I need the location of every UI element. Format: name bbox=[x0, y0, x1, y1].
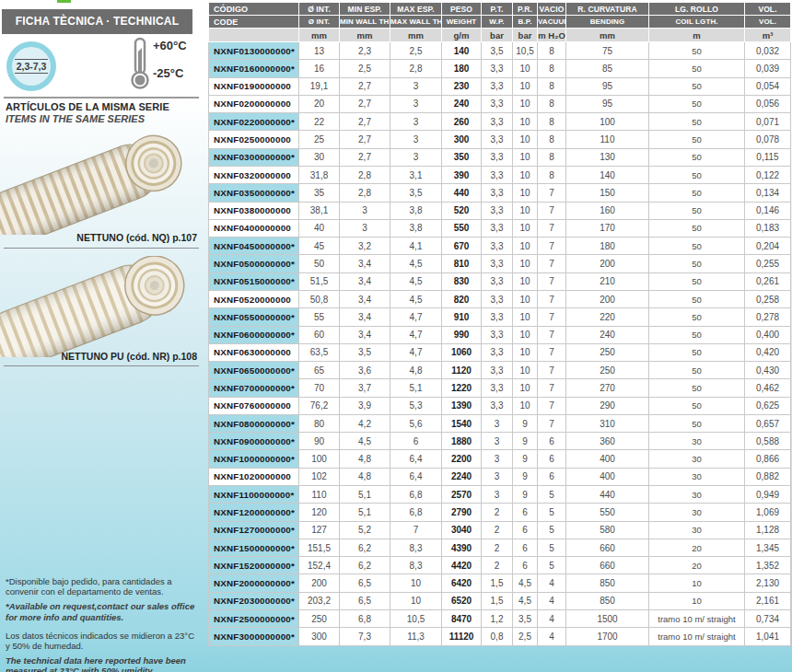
product-code-cell: NXNF3000000000* bbox=[209, 628, 299, 646]
value-cell: 110 bbox=[299, 486, 340, 504]
value-cell: 0,071 bbox=[745, 113, 791, 131]
value-cell: 22 bbox=[299, 113, 340, 131]
header-row-es-cell: VOL. bbox=[745, 3, 791, 16]
product-code-cell: NXNF0650000000* bbox=[209, 362, 299, 379]
product-code-cell: NXNF0130000000* bbox=[209, 42, 299, 60]
value-cell: 2,5 bbox=[340, 60, 390, 77]
value-cell: 3040 bbox=[442, 521, 482, 539]
value-cell: 6420 bbox=[442, 574, 482, 592]
value-cell: 3,4 bbox=[340, 290, 390, 307]
value-cell: 3 bbox=[390, 95, 442, 112]
value-cell: 0,625 bbox=[745, 397, 791, 414]
header-row-es-cell: MAX ESP. bbox=[390, 3, 442, 16]
product-code-cell: NXNF1270000000* bbox=[209, 521, 299, 539]
header-row-en-cell: MIN WALL TH. bbox=[340, 16, 390, 29]
table-row: NXNF0160000000*162,52,81803,310885500,03… bbox=[209, 60, 791, 77]
value-cell: 3 bbox=[390, 113, 442, 131]
table-row: NXNF2500000000*2506,810,584701,23,541500… bbox=[209, 610, 791, 628]
value-cell: 10 bbox=[513, 326, 538, 343]
product-code-cell: NXNF0800000000* bbox=[209, 414, 299, 432]
value-cell: 30 bbox=[649, 486, 745, 504]
value-cell: 19,1 bbox=[299, 77, 340, 95]
value-cell: 6,2 bbox=[340, 539, 390, 556]
value-cell: 290 bbox=[566, 397, 649, 414]
units-row-cell: mm bbox=[299, 29, 340, 42]
value-cell: 6,5 bbox=[340, 574, 390, 592]
value-cell: 3 bbox=[340, 219, 390, 237]
value-cell: 4420 bbox=[442, 557, 482, 574]
table-body: NXNF0130000000*132,32,51403,510,5875500,… bbox=[209, 42, 791, 646]
header-row-en: CODEØ INT.MIN WALL TH.MAX WALL TH.WEIGHT… bbox=[209, 16, 791, 29]
value-cell: 45 bbox=[299, 238, 340, 255]
value-cell: 7 bbox=[538, 414, 566, 432]
value-cell: 90 bbox=[299, 433, 340, 450]
value-cell: 0,278 bbox=[745, 308, 791, 326]
value-cell: 3,3 bbox=[482, 219, 513, 237]
value-cell: 8 bbox=[538, 95, 566, 112]
value-cell: 0,255 bbox=[745, 255, 791, 272]
value-cell: 6,5 bbox=[340, 592, 390, 609]
technical-data-table-wrap: CÓDIGOØ INT.MIN ESP.MAX ESP.PESOP.T.P.R.… bbox=[208, 2, 791, 646]
value-cell: 8 bbox=[538, 42, 566, 60]
value-cell: 3 bbox=[390, 148, 442, 166]
table-row: NXNF1100000000*1105,16,82570395440300,94… bbox=[209, 486, 791, 504]
footnote-order-en: *Available on request,contact our sales … bbox=[6, 601, 201, 621]
value-cell: 6 bbox=[390, 433, 442, 450]
product-code-cell: NXNF1200000000* bbox=[209, 504, 299, 521]
value-cell: 65 bbox=[299, 362, 340, 379]
value-cell: 1500 bbox=[566, 610, 649, 628]
value-cell: 3,3 bbox=[482, 379, 513, 397]
units-row-cell: mm bbox=[390, 29, 442, 42]
value-cell: 5 bbox=[538, 486, 566, 504]
table-row: NXNF1520000000*152,46,28,34420265660201,… bbox=[209, 557, 791, 574]
value-cell: 9 bbox=[513, 414, 538, 432]
value-cell: 2,130 bbox=[745, 574, 791, 592]
header-row-es-cell: Ø INT. bbox=[299, 3, 340, 16]
value-cell: 4,5 bbox=[340, 433, 390, 450]
value-cell: 0,054 bbox=[745, 77, 791, 95]
product-code-cell: NXNF0160000000* bbox=[209, 60, 299, 77]
value-cell: tramo 10 m/ straight bbox=[649, 610, 745, 628]
value-cell: 520 bbox=[442, 202, 482, 219]
value-cell: 850 bbox=[566, 592, 649, 609]
value-cell: 240 bbox=[566, 326, 649, 343]
table-row: NXNF076000000076,23,95,313903,3107290500… bbox=[209, 397, 791, 414]
value-cell: 10 bbox=[513, 397, 538, 414]
value-cell: 6,8 bbox=[390, 486, 442, 504]
value-cell: 2,7 bbox=[340, 113, 390, 131]
hose-image-nettuno bbox=[0, 133, 199, 235]
thermometer-icon bbox=[129, 37, 151, 90]
table-row: NXNF1500000000*151,56,28,34390265660201,… bbox=[209, 539, 791, 556]
value-cell: 10 bbox=[513, 184, 538, 202]
value-cell: 3,3 bbox=[482, 397, 513, 414]
table-row: NXNF0300000000*302,733503,3108130500,115 bbox=[209, 148, 791, 166]
value-cell: 350 bbox=[442, 148, 482, 166]
value-cell: 50 bbox=[649, 219, 745, 237]
value-cell: 1880 bbox=[442, 433, 482, 450]
value-cell: 250 bbox=[299, 610, 340, 628]
value-cell: 4,8 bbox=[340, 468, 390, 485]
units-row-cell: m H₂O bbox=[538, 29, 566, 42]
header-row-en-cell: WEIGHT bbox=[442, 16, 482, 29]
value-cell: 5,3 bbox=[390, 397, 442, 414]
value-cell: 7 bbox=[538, 308, 566, 326]
value-cell: 76,2 bbox=[299, 397, 340, 414]
value-cell: 85 bbox=[566, 60, 649, 77]
value-cell: 8 bbox=[538, 60, 566, 77]
header-row-en-cell: BENDING bbox=[566, 16, 649, 29]
value-cell: 50 bbox=[649, 255, 745, 272]
value-cell: 2570 bbox=[442, 486, 482, 504]
value-cell: 2 bbox=[482, 521, 513, 539]
value-cell: 20 bbox=[649, 557, 745, 574]
value-cell: 4,2 bbox=[340, 414, 390, 432]
divider bbox=[4, 97, 199, 98]
value-cell: 0,657 bbox=[745, 414, 791, 432]
units-row-cell bbox=[209, 29, 299, 42]
value-cell: 5 bbox=[538, 521, 566, 539]
value-cell: 4,5 bbox=[390, 255, 442, 272]
value-cell: 5 bbox=[538, 504, 566, 521]
value-cell: 4,8 bbox=[390, 362, 442, 379]
table-row: NXNF032000000031,82,83,13903,3108140500,… bbox=[209, 166, 791, 183]
value-cell: 2 bbox=[482, 539, 513, 556]
value-cell: 50 bbox=[649, 184, 745, 202]
